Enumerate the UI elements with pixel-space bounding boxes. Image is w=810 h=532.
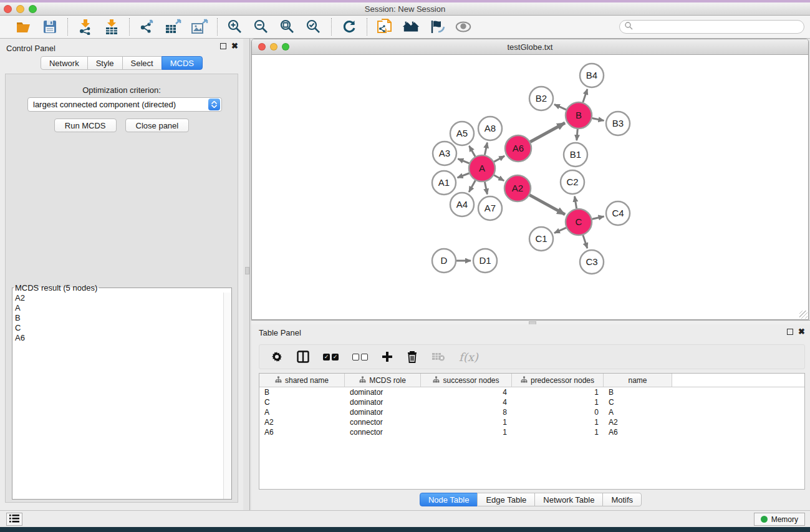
column-header-name[interactable]: name <box>604 374 672 387</box>
result-item[interactable]: B <box>12 313 231 323</box>
float-panel-icon[interactable] <box>220 43 226 49</box>
edge-A-A6[interactable] <box>494 156 504 162</box>
cell-predecessor_nodes[interactable]: 0 <box>512 407 604 417</box>
gear-icon[interactable] <box>271 350 283 364</box>
result-item[interactable]: A <box>12 303 231 313</box>
cell-shared_name[interactable]: A6 <box>259 427 345 437</box>
select-all-icon[interactable]: ✓✓ <box>323 350 339 364</box>
delete-table-icon[interactable] <box>432 350 445 364</box>
cell-shared_name[interactable]: C <box>259 397 345 407</box>
result-item[interactable]: A2 <box>12 293 231 303</box>
edge-A-A2[interactable] <box>494 175 504 181</box>
delete-icon[interactable] <box>407 350 418 364</box>
node-table[interactable]: shared nameMCDS rolesuccessor nodesprede… <box>259 373 805 490</box>
function-icon[interactable]: f(x) <box>459 350 478 364</box>
edge-B-B3[interactable] <box>592 118 604 120</box>
edge-C-C4[interactable] <box>592 216 604 219</box>
table-row[interactable]: A6connector11A6 <box>259 427 804 437</box>
table-row[interactable]: Cdominator41C <box>259 397 804 407</box>
cell-name[interactable]: A2 <box>604 417 672 427</box>
tab-edge-table[interactable]: Edge Table <box>477 493 535 506</box>
cell-successor_nodes[interactable]: 1 <box>421 427 512 437</box>
cell-shared_name[interactable]: B <box>259 387 345 397</box>
cell-shared_name[interactable]: A <box>259 407 345 417</box>
cell-predecessor_nodes[interactable]: 1 <box>512 387 604 397</box>
eye-icon[interactable] <box>455 18 472 36</box>
edge-A-A3[interactable] <box>458 159 469 163</box>
edge-C-C2[interactable] <box>575 196 577 209</box>
cell-predecessor_nodes[interactable]: 1 <box>512 427 604 437</box>
cell-name[interactable]: C <box>604 397 672 407</box>
cell-name[interactable]: A <box>604 407 672 417</box>
mcds-result-list[interactable]: A2ABCA6 <box>12 293 231 499</box>
zoom-selected-icon[interactable] <box>305 18 322 36</box>
cell-mcds_role[interactable]: connector <box>345 427 421 437</box>
vertical-splitter[interactable] <box>243 39 251 510</box>
result-item[interactable]: C <box>12 323 231 333</box>
run-mcds-button[interactable]: Run MCDS <box>54 118 117 132</box>
tab-style[interactable]: Style <box>87 56 123 70</box>
import-network-icon[interactable] <box>77 18 94 36</box>
clone-network-icon[interactable] <box>376 18 393 36</box>
table-row[interactable]: A2connector11A2 <box>259 417 804 427</box>
cell-mcds_role[interactable]: dominator <box>345 387 421 397</box>
column-header-shared-name[interactable]: shared name <box>259 374 345 387</box>
edge-A6-B[interactable] <box>530 123 565 142</box>
import-table-icon[interactable] <box>103 18 120 36</box>
search-input[interactable] <box>633 22 789 31</box>
edge-A-A4[interactable] <box>469 180 475 192</box>
cell-mcds_role[interactable]: dominator <box>345 407 421 417</box>
zoom-out-icon[interactable] <box>253 18 270 36</box>
tab-mcds[interactable]: MCDS <box>162 56 203 70</box>
refresh-icon[interactable] <box>340 18 358 36</box>
add-icon[interactable] <box>382 350 393 364</box>
home-icon[interactable] <box>402 18 420 36</box>
export-network-icon[interactable] <box>138 18 156 36</box>
memory-button[interactable]: Memory <box>754 513 805 526</box>
zoom-in-icon[interactable] <box>226 18 244 36</box>
cell-shared_name[interactable]: A2 <box>259 417 345 427</box>
tab-motifs[interactable]: Motifs <box>602 493 642 506</box>
horizontal-splitter[interactable] <box>251 320 810 324</box>
edge-A-A5[interactable] <box>469 146 475 157</box>
cell-name[interactable]: B <box>604 387 672 397</box>
edge-A2-C[interactable] <box>529 195 565 215</box>
column-header-predecessor-nodes[interactable]: predecessor nodes <box>512 374 604 387</box>
resize-grip[interactable] <box>799 311 808 319</box>
cell-successor_nodes[interactable]: 8 <box>421 407 512 417</box>
table-row[interactable]: Bdominator41B <box>259 387 804 397</box>
network-canvas[interactable]: B4B2BB3A8A5A6A3B1AC2A1A2A4A7C4CC1C3DD1 <box>252 56 808 319</box>
criterion-dropdown[interactable]: largest connected component (directed) <box>27 97 222 112</box>
column-header-successor-nodes[interactable]: successor nodes <box>421 374 512 387</box>
column-icon[interactable] <box>297 350 309 364</box>
column-header-MCDS-role[interactable]: MCDS role <box>345 374 421 387</box>
edge-B-B2[interactable] <box>554 104 566 110</box>
save-session-icon[interactable] <box>41 18 59 36</box>
tab-network[interactable]: Network <box>41 56 88 70</box>
tab-network-table[interactable]: Network Table <box>534 493 603 506</box>
export-table-icon[interactable] <box>165 18 182 36</box>
open-session-icon[interactable] <box>15 18 32 36</box>
cell-successor_nodes[interactable]: 1 <box>421 417 512 427</box>
cell-successor_nodes[interactable]: 4 <box>421 387 512 397</box>
cell-name[interactable]: A6 <box>604 427 672 437</box>
network-graph[interactable]: B4B2BB3A8A5A6A3B1AC2A1A2A4A7C4CC1C3DD1 <box>252 56 808 319</box>
close-panel-button[interactable]: Close panel <box>125 118 190 132</box>
edge-C-C3[interactable] <box>583 235 587 248</box>
tab-node-table[interactable]: Node Table <box>420 493 478 506</box>
tab-select[interactable]: Select <box>122 56 162 70</box>
close-panel-icon[interactable]: ✖ <box>231 43 238 49</box>
cell-predecessor_nodes[interactable]: 1 <box>512 397 604 407</box>
edge-A-A7[interactable] <box>485 182 487 195</box>
edge-A-A1[interactable] <box>458 173 470 178</box>
close-panel-icon[interactable]: ✖ <box>798 329 805 335</box>
edge-B-B4[interactable] <box>583 89 587 102</box>
cell-mcds_role[interactable]: dominator <box>345 397 421 407</box>
edge-A-A8[interactable] <box>485 143 487 155</box>
zoom-fit-icon[interactable] <box>279 18 296 36</box>
split-handle[interactable] <box>245 267 249 274</box>
edge-B-B1[interactable] <box>577 129 577 140</box>
deselect-all-icon[interactable] <box>352 350 368 364</box>
export-image-icon[interactable] <box>191 18 208 36</box>
cell-mcds_role[interactable]: connector <box>345 417 421 427</box>
